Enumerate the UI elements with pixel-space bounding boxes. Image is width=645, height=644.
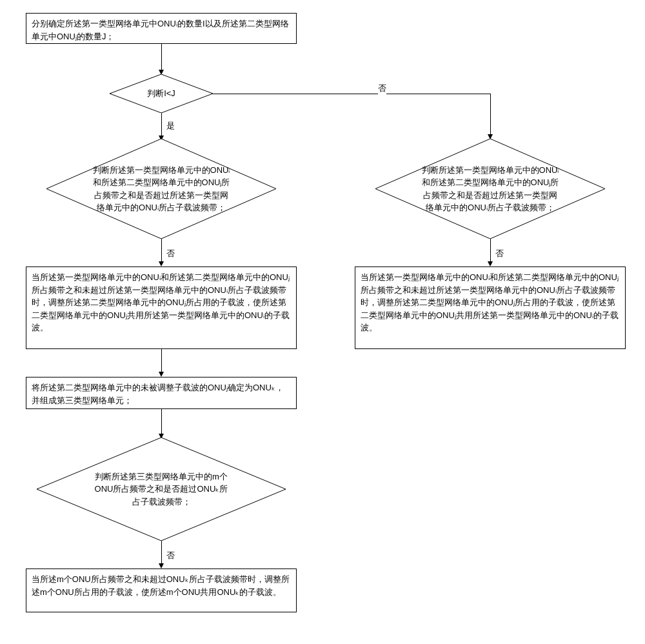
arrow: [159, 261, 164, 267]
process-m-onu-adjust: 当所述m个ONU所占频带之和未超过ONUₖ所占子载波频带时，调整所述m个ONU所…: [26, 569, 297, 612]
process-adjust-right: 当所述第一类型网络单元中的ONUᵢ和所述第二类型网络单元中的ONUⱼ所占频带之和…: [355, 267, 626, 349]
connector: [161, 239, 162, 263]
connector: [161, 113, 162, 137]
label-yes: 是: [166, 120, 175, 132]
arrow: [159, 372, 164, 377]
process-adjust-left: 当所述第一类型网络单元中的ONUᵢ和所述第二类型网络单元中的ONUⱼ所占频带之和…: [26, 267, 297, 349]
decision-ij-text: 判断I<J: [110, 74, 213, 113]
process-onuk: 将所述第二类型网络单元中的未被调整子载波的ONUⱼ确定为ONUₖ，并组成第三类型…: [26, 377, 297, 409]
decision-band-left: 判断所述第一类型网络单元中的ONUᵢ和所述第二类型网络单元中的ONUⱼ所占频带之…: [46, 139, 276, 239]
connector: [490, 94, 491, 136]
connector: [213, 94, 490, 94]
decision-band-right-text: 判断所述第一类型网络单元中的ONUᵢ和所述第二类型网络单元中的ONUⱼ所占频带之…: [375, 139, 605, 239]
arrow: [159, 563, 164, 569]
flowchart-canvas: 分别确定所述第一类型网络单元中ONUᵢ的数量I以及所述第二类型网络单元中ONUⱼ…: [0, 0, 645, 644]
connector: [161, 409, 162, 435]
decision-ij: 判断I<J: [110, 74, 213, 113]
label-no: 否: [495, 248, 504, 259]
connector: [161, 541, 162, 565]
label-no: 否: [166, 248, 175, 259]
decision-band-left-text: 判断所述第一类型网络单元中的ONUᵢ和所述第二类型网络单元中的ONUⱼ所占频带之…: [46, 139, 276, 239]
decision-band-right: 判断所述第一类型网络单元中的ONUᵢ和所述第二类型网络单元中的ONUⱼ所占频带之…: [375, 139, 605, 239]
connector: [161, 44, 162, 71]
label-no: 否: [378, 83, 386, 94]
decision-m-onu: 判断所述第三类型网络单元中的m个ONU所占频带之和是否超过ONUₖ所占子载波频带…: [37, 438, 286, 541]
connector: [490, 239, 491, 263]
decision-m-onu-text: 判断所述第三类型网络单元中的m个ONU所占频带之和是否超过ONUₖ所占子载波频带…: [37, 438, 286, 541]
connector: [161, 349, 162, 374]
process-box-1: 分别确定所述第一类型网络单元中ONUᵢ的数量I以及所述第二类型网络单元中ONUⱼ…: [26, 13, 297, 44]
arrow: [488, 261, 493, 267]
label-no: 否: [166, 550, 175, 561]
